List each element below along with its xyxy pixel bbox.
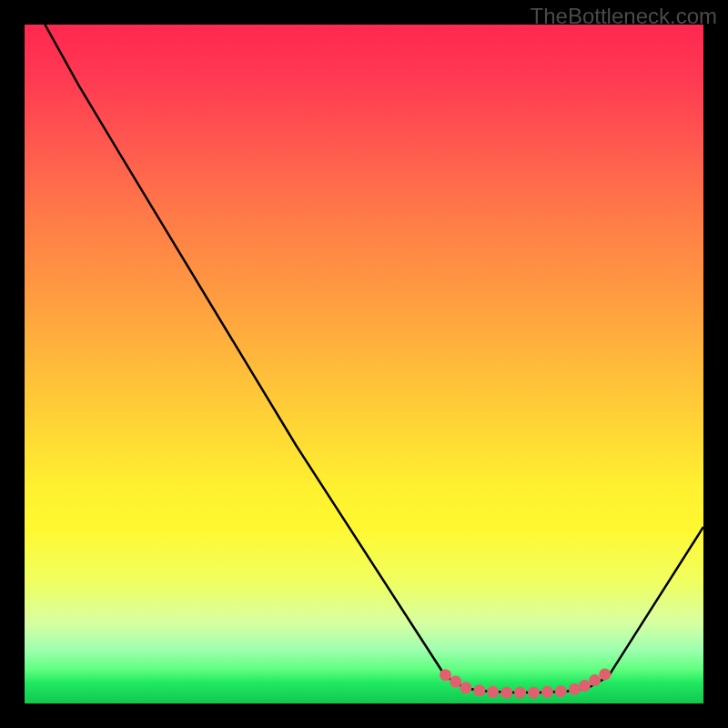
svg-point-5 [500, 687, 512, 699]
svg-point-3 [473, 684, 485, 696]
highlight-dots [440, 668, 611, 698]
svg-point-11 [579, 680, 591, 692]
chart-svg [25, 25, 703, 703]
watermark-text: TheBottleneck.com [531, 4, 717, 29]
svg-point-9 [555, 685, 567, 697]
svg-point-10 [569, 683, 581, 695]
svg-point-8 [541, 686, 553, 698]
svg-point-12 [589, 674, 601, 686]
plot-area [25, 25, 703, 703]
svg-point-13 [599, 668, 611, 680]
svg-point-0 [440, 669, 451, 681]
svg-point-1 [450, 676, 461, 688]
svg-point-2 [460, 682, 471, 693]
svg-point-4 [487, 686, 499, 698]
bottleneck-curve [45, 25, 703, 693]
svg-point-7 [528, 687, 540, 699]
svg-point-6 [514, 687, 526, 699]
